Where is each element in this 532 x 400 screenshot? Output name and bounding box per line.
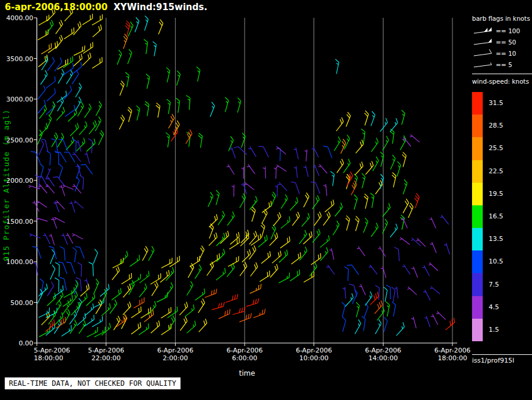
wind-barb [303,231,312,244]
wind-barb [199,319,207,332]
wind-barb [382,136,388,150]
wind-barb [93,24,102,37]
wind-barb [391,155,395,170]
wind-barb [157,292,167,302]
wind-barb [197,67,200,82]
wind-barb [403,199,409,213]
wind-barb [146,74,150,89]
wind-barb [334,136,341,151]
wind-barb [365,110,369,125]
wind-barb [185,304,194,316]
wind-barb [60,247,65,261]
wind-barb [37,201,47,207]
colorbar-label: 1.5 [489,326,499,334]
wind-barb [65,8,73,21]
wind-barb [333,221,339,235]
wind-barb [159,20,163,34]
y-tick-label: 3000.00 [0,96,33,103]
colorbar-label: 13.5 [489,235,504,243]
wind-barb [244,183,254,190]
wind-barb [46,20,53,34]
colorbar-segment [472,115,483,137]
wind-barb [74,21,81,35]
wind-barb [209,233,217,246]
wind-barb [122,273,132,284]
wind-barb [38,85,46,99]
wind-barb [125,72,129,87]
wind-barb [176,98,179,113]
wind-barb [57,91,66,103]
wind-barb [430,287,440,294]
wind-barb [378,246,386,256]
wind-barb [42,56,48,70]
wind-barb [145,101,149,116]
wind-barb [410,135,419,142]
wind-barb [337,159,344,173]
wind-barb [371,223,378,236]
wind-barb [324,184,327,196]
wind-barb [312,147,318,157]
wind-barb [258,235,268,247]
source-label: iss1/prof915l [472,357,514,364]
wind-barb [386,301,390,316]
wind-barb [394,247,400,262]
wind-barb [356,302,360,317]
wind-barb [259,271,270,282]
wind-barb [56,107,65,120]
wind-barb [135,17,139,32]
wind-barb [320,236,330,247]
wind-barb [153,42,156,56]
wind-barb [341,139,346,154]
wind-barb [411,266,417,278]
x-tick-label: 6-Apr-20062:00:00 [157,347,194,362]
wind-barb [325,200,334,212]
wind-barb [50,265,55,280]
wind-barb [83,53,91,66]
wind-barb [343,287,346,299]
barb-legend-row: == 100 [472,26,520,36]
wind-barb [323,146,332,158]
wind-barb [303,193,309,208]
wind-barb [177,71,180,85]
wind-barb [36,218,48,221]
wind-barb [59,139,68,151]
wind-barb [311,253,321,265]
wind-barb [179,302,188,315]
wind-barb [276,147,286,154]
wind-barb [56,201,65,209]
wind-barb [40,71,47,85]
barb-symbol-icon [472,49,493,58]
wind-barb [218,211,224,226]
wind-barb [373,157,379,171]
wind-barb [276,165,286,172]
wind-barb [72,62,81,74]
wind-barb [408,203,413,218]
wind-barb [429,217,436,228]
wind-barb [375,180,382,194]
barb-symbol-icon [472,60,493,69]
colorbar-label: 4.5 [489,303,499,311]
wind-barb [335,203,343,217]
colorbar-heading: wind-speed: knots [472,78,529,85]
wind-barb [359,284,366,295]
wind-barb [395,287,398,299]
wind-barb [58,69,64,83]
wind-barb [444,243,449,254]
wind-barb [167,99,170,114]
wind-barb [248,147,256,157]
wind-barb [39,307,50,318]
wind-barb [43,233,50,244]
wind-barb [144,39,147,54]
x-tick-label: 6-Apr-200610:00:00 [296,347,332,362]
wind-barb [39,140,44,155]
colorbar-label: 22.5 [489,167,504,175]
colorbar-segment [472,250,483,273]
wind-barb [355,319,361,334]
wind-barb [210,102,214,117]
barb-legend-row: == 50 [472,37,516,47]
colorbar-label: 31.5 [489,99,504,107]
wind-barb [134,297,144,308]
wind-barb [309,262,316,276]
wind-barb [123,301,131,315]
wind-barb [92,316,102,327]
